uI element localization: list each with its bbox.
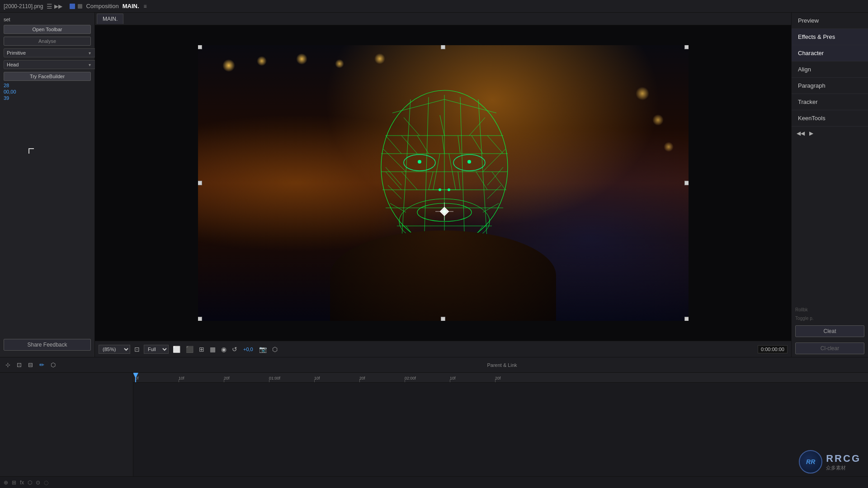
status-icon-5: ◌ bbox=[44, 479, 48, 486]
timecode[interactable]: 0:00:00:00 bbox=[758, 345, 788, 353]
3d-icon[interactable]: ▦ bbox=[208, 345, 217, 354]
cleat-button[interactable]: Cleat bbox=[795, 325, 864, 337]
comp-menu-icon[interactable]: ≡ bbox=[144, 3, 147, 9]
svg-line-36 bbox=[401, 136, 417, 154]
quality-select[interactable]: Full bbox=[144, 345, 169, 354]
playback-controls: ◀◀ ▶ bbox=[792, 127, 868, 140]
comp-tab-main[interactable]: MAIN. bbox=[97, 14, 123, 24]
refresh-icon[interactable]: ↺ bbox=[231, 345, 239, 354]
svg-line-46 bbox=[476, 172, 487, 190]
watermark: RR RRCG 众多素材 bbox=[799, 450, 861, 474]
analyse-button[interactable]: Analyse bbox=[4, 37, 91, 46]
viewport-container[interactable] bbox=[95, 25, 791, 341]
head-dropdown-row: Head ▾ bbox=[4, 60, 91, 69]
color-icon[interactable]: ◉ bbox=[220, 345, 228, 354]
reset-label: set bbox=[4, 17, 10, 22]
try-facebuilder-button[interactable]: Try FaceBuilder bbox=[4, 72, 91, 81]
left-panel-canvas-area bbox=[0, 101, 94, 218]
track-motion-button[interactable]: ⊡ bbox=[15, 361, 24, 369]
watermark-brand: RRCG bbox=[826, 453, 861, 465]
zoom-select[interactable]: (85%) bbox=[99, 345, 130, 354]
handle-tr[interactable] bbox=[684, 45, 689, 49]
video-frame bbox=[198, 45, 689, 321]
keentools-item[interactable]: KeenTools bbox=[792, 110, 868, 127]
grid-icon[interactable]: ⊞ bbox=[198, 345, 206, 354]
timeline-tracks[interactable]: 0f 10f 20f 01:00f 10f 20f 02:00f bbox=[133, 373, 868, 476]
timeline-toolbar-right: Parent & Link bbox=[140, 362, 864, 368]
ruler-20f-1: 20f bbox=[224, 376, 230, 380]
comp-label: Composition bbox=[86, 3, 118, 9]
tracker-item[interactable]: Tracker bbox=[792, 94, 868, 110]
align-item[interactable]: Align bbox=[792, 61, 868, 78]
right-panel: Preview Effects & Pres Character Align P… bbox=[791, 13, 868, 357]
svg-line-31 bbox=[440, 115, 444, 136]
ruler-10f-3: 10f bbox=[450, 376, 456, 380]
status-icon-3: ⬡ bbox=[28, 479, 32, 486]
status-icon-4: ⊙ bbox=[36, 479, 40, 486]
handle-mr[interactable] bbox=[684, 181, 689, 185]
top-bar: [2000-2110].png ☰ ▶▶ Composition MAIN. ≡ bbox=[0, 0, 868, 13]
tick-10f-3 bbox=[450, 380, 450, 382]
tick-20f-1 bbox=[224, 380, 224, 382]
ruler-02-00f: 02:00f bbox=[405, 376, 416, 380]
spacer bbox=[0, 218, 94, 335]
ruler-20f-3: 20f bbox=[495, 376, 501, 380]
hamburger-icon[interactable]: ☰ bbox=[47, 3, 52, 10]
offset-value: +0,0 bbox=[241, 347, 255, 352]
ruler-10f-1: 10f bbox=[179, 376, 184, 380]
tick-02-00f bbox=[405, 380, 405, 382]
shape-tool-button[interactable]: ⬡ bbox=[49, 361, 57, 369]
playhead[interactable] bbox=[135, 373, 136, 382]
pen-tool-button[interactable]: ✏ bbox=[38, 361, 46, 369]
select-tool-button[interactable]: ⊹ bbox=[4, 361, 12, 369]
bottom-area: ⊹ ⊡ ⊟ ✏ ⬡ Parent & Link 0f 10f bbox=[0, 357, 868, 488]
handle-bc[interactable] bbox=[441, 317, 445, 321]
bottom-status: ⊕ ⊞ fx ⬡ ⊙ ◌ bbox=[0, 476, 868, 488]
svg-point-51 bbox=[439, 188, 441, 191]
paragraph-item[interactable]: Paragraph bbox=[792, 78, 868, 94]
primitive-dropdown[interactable]: Primitive bbox=[4, 48, 97, 57]
handle-tc[interactable] bbox=[441, 45, 445, 49]
layer-props-button[interactable]: ⊟ bbox=[26, 361, 35, 369]
svg-line-41 bbox=[487, 136, 503, 154]
safe-zone-icon[interactable]: ⬛ bbox=[184, 345, 195, 354]
frame-icon[interactable]: ⬜ bbox=[171, 345, 182, 354]
tick-01-00f bbox=[269, 380, 269, 382]
handle-br[interactable] bbox=[684, 317, 689, 321]
play-button[interactable]: ▶ bbox=[808, 129, 815, 137]
svg-line-45 bbox=[458, 172, 460, 190]
svg-line-39 bbox=[458, 136, 460, 154]
center-viewport: MAIN. bbox=[95, 13, 791, 357]
handle-ml[interactable] bbox=[198, 181, 202, 185]
region-icon[interactable]: ⬡ bbox=[271, 345, 279, 354]
svg-point-49 bbox=[467, 160, 471, 164]
svg-line-42 bbox=[386, 172, 401, 190]
viewport-toolbar: (85%) ⊡ Full ⬜ ⬛ ⊞ ▦ ◉ ↺ +0,0 📷 ⬡ 0:00:0… bbox=[95, 341, 791, 357]
open-toolbar-button[interactable]: Open Toolbar bbox=[4, 25, 91, 34]
fx-icon: fx bbox=[20, 479, 24, 486]
status-icon-2: ⊞ bbox=[12, 479, 16, 486]
handle-bl[interactable] bbox=[198, 317, 202, 321]
fit-icon[interactable]: ⊡ bbox=[133, 345, 141, 354]
cl-clear-button[interactable]: Cl-clear bbox=[795, 343, 864, 354]
left-panel: set Open Toolbar Analyse Primitive ▾ Hea… bbox=[0, 13, 95, 357]
handle-tl[interactable] bbox=[198, 45, 202, 49]
svg-line-30 bbox=[404, 117, 420, 136]
share-feedback-button[interactable]: Share Feedback bbox=[4, 339, 91, 351]
person-body bbox=[330, 230, 556, 321]
watermark-text-group: RRCG 众多素材 bbox=[826, 453, 861, 471]
svg-line-32 bbox=[469, 117, 485, 136]
rewind-button[interactable]: ◀◀ bbox=[795, 129, 806, 137]
ruler-10f-2: 10f bbox=[314, 376, 320, 380]
nav-forward-icon[interactable]: ▶▶ bbox=[54, 3, 62, 9]
effects-item[interactable]: Effects & Pres bbox=[792, 29, 868, 45]
svg-line-37 bbox=[417, 136, 429, 154]
character-item[interactable]: Character bbox=[792, 45, 868, 61]
snapshot-icon[interactable]: 📷 bbox=[258, 345, 268, 354]
timeline-ruler: 0f 10f 20f 01:00f 10f 20f 02:00f bbox=[133, 373, 868, 383]
head-dropdown[interactable]: Head bbox=[4, 60, 97, 69]
toggle-label: Toggle p. bbox=[792, 314, 868, 323]
svg-point-48 bbox=[418, 160, 421, 164]
tick-10f-2 bbox=[314, 380, 315, 382]
preview-item[interactable]: Preview bbox=[792, 13, 868, 29]
